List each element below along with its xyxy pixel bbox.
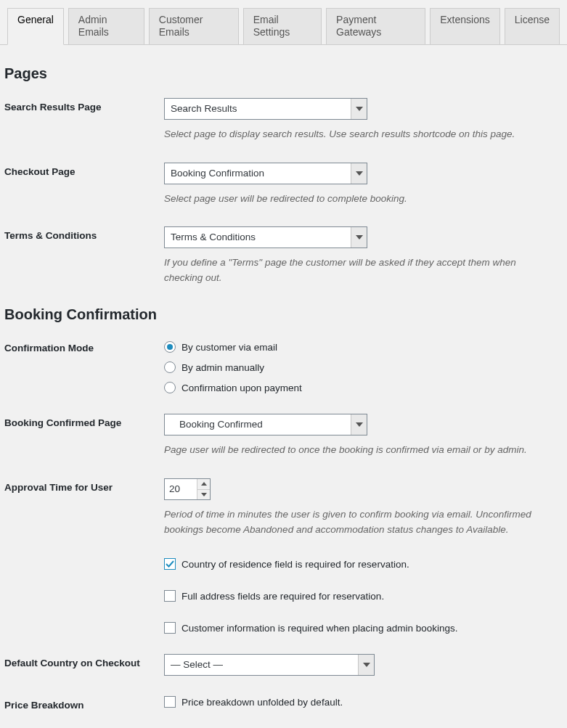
- number-value: 20: [165, 479, 197, 499]
- terms-page-desc: If you define a "Terms" page the custome…: [164, 255, 549, 286]
- section-booking-title: Booking Confirmation: [4, 306, 560, 323]
- radio-label: By customer via email: [181, 342, 277, 353]
- checkbox-price-breakdown[interactable]: Price breakdown unfolded by default.: [164, 696, 556, 708]
- radio-icon: [164, 341, 176, 353]
- search-results-page-select[interactable]: Search Results: [164, 98, 367, 120]
- select-value: Search Results: [165, 99, 351, 119]
- radio-label: By admin manually: [181, 362, 264, 373]
- select-value: Terms & Conditions: [165, 227, 351, 248]
- radio-upon-payment[interactable]: Confirmation upon payment: [164, 382, 556, 393]
- checkbox-icon: [164, 558, 176, 570]
- confirmation-mode-label: Confirmation Mode: [4, 339, 164, 353]
- checkout-page-select[interactable]: Booking Confirmation: [164, 163, 367, 184]
- checkbox-country-required[interactable]: Country of residence field is required f…: [164, 558, 556, 570]
- radio-by-customer-email[interactable]: By customer via email: [164, 341, 556, 353]
- search-results-page-desc: Select page to display search results. U…: [164, 127, 549, 142]
- checkout-page-label: Checkout Page: [4, 163, 164, 177]
- booking-confirmed-page-label: Booking Confirmed Page: [4, 414, 164, 428]
- chevron-down-icon: [351, 414, 367, 435]
- select-value: — Select —: [165, 655, 358, 675]
- spin-down-icon[interactable]: [197, 490, 210, 500]
- approval-time-input[interactable]: 20: [164, 478, 211, 500]
- chevron-down-icon: [351, 99, 367, 119]
- checkout-page-desc: Select page user will be redirected to c…: [164, 192, 549, 207]
- checkbox-label: Full address fields are required for res…: [181, 591, 384, 602]
- tab-payment-gateways[interactable]: Payment Gateways: [326, 8, 425, 45]
- terms-page-select[interactable]: Terms & Conditions: [164, 226, 367, 248]
- tab-customer-emails[interactable]: Customer Emails: [149, 8, 239, 45]
- booking-confirmed-page-select[interactable]: Booking Confirmed: [164, 414, 367, 435]
- booking-confirmed-page-desc: Page user will be redirected to once the…: [164, 443, 549, 458]
- default-country-select[interactable]: — Select —: [164, 654, 375, 676]
- tab-license[interactable]: License: [505, 8, 560, 45]
- radio-icon: [164, 382, 176, 393]
- radio-icon: [164, 361, 176, 373]
- checkbox-icon: [164, 590, 176, 602]
- select-value: Booking Confirmed: [165, 414, 351, 435]
- checkbox-icon: [164, 696, 176, 708]
- section-pages-title: Pages: [4, 65, 560, 82]
- checkbox-label: Customer information is required when pl…: [181, 623, 457, 634]
- settings-tabs: General Admin Emails Customer Emails Ema…: [0, 0, 567, 45]
- tab-email-settings[interactable]: Email Settings: [243, 8, 322, 45]
- number-spinner[interactable]: [197, 479, 210, 499]
- radio-by-admin-manually[interactable]: By admin manually: [164, 361, 556, 373]
- chevron-down-icon: [351, 163, 367, 184]
- checkbox-icon: [164, 622, 176, 634]
- select-value: Booking Confirmation: [165, 163, 351, 184]
- search-results-page-label: Search Results Page: [4, 98, 164, 113]
- checkbox-label: Price breakdown unfolded by default.: [181, 697, 343, 708]
- approval-time-desc: Period of time in minutes the user is gi…: [164, 507, 549, 538]
- chevron-down-icon: [358, 655, 374, 675]
- checkbox-label: Country of residence field is required f…: [181, 559, 409, 570]
- tab-general[interactable]: General: [7, 8, 64, 45]
- chevron-down-icon: [351, 227, 367, 248]
- terms-page-label: Terms & Conditions: [4, 226, 164, 241]
- default-country-label: Default Country on Checkout: [4, 654, 164, 668]
- checkbox-admin-customer-info[interactable]: Customer information is required when pl…: [164, 622, 556, 634]
- tab-extensions[interactable]: Extensions: [430, 8, 499, 45]
- checkbox-address-required[interactable]: Full address fields are required for res…: [164, 590, 556, 602]
- radio-label: Confirmation upon payment: [181, 383, 302, 393]
- spin-up-icon[interactable]: [197, 479, 210, 490]
- price-breakdown-label: Price Breakdown: [4, 696, 164, 711]
- tab-admin-emails[interactable]: Admin Emails: [68, 8, 144, 45]
- confirmation-mode-group: By customer via email By admin manually …: [164, 339, 556, 393]
- approval-time-label: Approval Time for User: [4, 478, 164, 493]
